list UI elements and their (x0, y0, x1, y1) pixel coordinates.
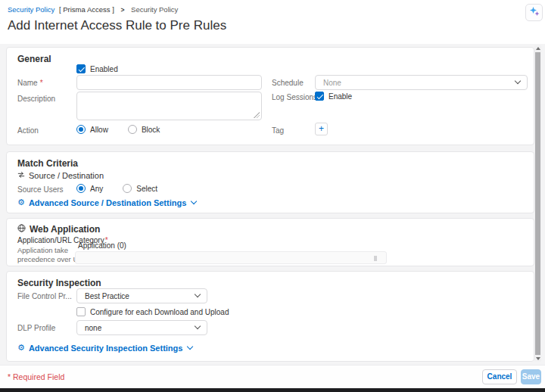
breadcrumb-current: Security Policy (131, 5, 178, 14)
log-sessions-checkbox-box[interactable] (315, 92, 324, 101)
source-users-select-radio-circle[interactable] (123, 184, 132, 193)
enabled-checkbox-box[interactable] (76, 64, 86, 73)
window-bottom-edge (0, 388, 545, 392)
dlp-profile-label: DLP Profile (17, 324, 55, 332)
gear-icon: ⚙ (17, 198, 25, 207)
required-asterisk: * (8, 372, 11, 381)
advanced-security-inspection-settings-link[interactable]: ⚙ Advanced Security Inspection Settings (17, 343, 192, 353)
source-users-radio-group: Any Select (76, 184, 157, 193)
schedule-select[interactable]: None (315, 75, 528, 90)
advanced-source-destination-settings-label: Advanced Source / Destination Settings (29, 198, 186, 207)
name-required-mark: * (40, 79, 43, 87)
schedule-label: Schedule (272, 79, 304, 87)
scroll-up-arrow-icon[interactable] (536, 47, 540, 50)
advanced-security-inspection-settings-label: Advanced Security Inspection Settings (29, 344, 183, 353)
action-block-radio-circle[interactable] (128, 125, 137, 134)
log-sessions-label: Log Sessions (272, 93, 317, 101)
name-input[interactable] (76, 75, 262, 90)
web-application-heading: Web Application (17, 224, 100, 235)
chevron-down-icon (195, 291, 201, 297)
application-category-input[interactable] (75, 251, 387, 264)
advanced-source-destination-settings-link[interactable]: ⚙ Advanced Source / Destination Settings (17, 198, 196, 207)
source-users-any-radio-circle[interactable] (76, 184, 86, 193)
log-sessions-checkbox-label: Enable (329, 92, 352, 101)
file-control-profile-select[interactable]: Best Practice (76, 288, 207, 303)
chevron-down-icon (191, 198, 197, 204)
file-control-profile-label: File Control Pr... (17, 292, 72, 300)
name-label: Name* (17, 79, 43, 87)
copilot-button[interactable] (525, 4, 543, 21)
source-users-select-radio[interactable]: Select (123, 184, 157, 193)
action-block-radio[interactable]: Block (128, 125, 160, 134)
description-label: Description (17, 95, 55, 103)
required-field-note: * Required Field (8, 372, 64, 381)
file-control-profile-value: Best Practice (85, 292, 129, 300)
web-application-heading-label: Web Application (30, 224, 100, 235)
chevron-down-icon (187, 344, 193, 350)
save-button[interactable]: Save (521, 369, 541, 384)
source-destination-label: Source / Destination (29, 171, 104, 180)
log-sessions-enable-checkbox[interactable]: Enable (315, 92, 352, 101)
source-destination-subheading: Source / Destination (17, 171, 104, 180)
source-users-label: Source Users (17, 185, 64, 194)
sparkles-icon (529, 6, 540, 20)
breadcrumb-separator-icon: > (120, 6, 124, 14)
action-allow-radio[interactable]: Allow (76, 125, 108, 134)
vertical-scrollbar[interactable] (534, 45, 541, 362)
action-label: Action (17, 126, 39, 135)
source-destination-icon (17, 171, 25, 180)
enabled-checkbox-label: Enabled (90, 65, 118, 73)
cancel-button[interactable]: Cancel (482, 369, 517, 384)
dlp-profile-value: none (85, 324, 101, 332)
globe-icon (17, 224, 26, 235)
tag-label: Tag (272, 126, 284, 135)
dlp-profile-select[interactable]: none (76, 320, 207, 335)
source-users-any-radio[interactable]: Any (76, 184, 103, 193)
web-application-section: Web Application Application/URL Category… (6, 218, 534, 266)
scroll-down-arrow-icon[interactable] (536, 357, 540, 360)
breadcrumb-security-policy-link[interactable]: Security Policy (8, 5, 54, 14)
general-section: General Enabled Name* Schedule None Desc… (6, 47, 534, 145)
configure-download-upload-checkbox-box[interactable] (76, 307, 86, 316)
chevron-down-icon (515, 78, 521, 84)
add-internet-access-rule-page: Security Policy [ Prisma Access ] > Secu… (0, 0, 545, 392)
page-header: Security Policy [ Prisma Access ] > Secu… (0, 0, 545, 44)
general-heading: General (17, 54, 51, 64)
description-textarea[interactable] (76, 92, 262, 120)
input-scroll-affordance (374, 256, 377, 261)
enabled-checkbox[interactable]: Enabled (76, 64, 118, 73)
configure-download-upload-label: Configure for each Download and Upload (90, 308, 229, 316)
breadcrumb: Security Policy [ Prisma Access ] > Secu… (8, 5, 178, 14)
action-allow-label: Allow (90, 126, 108, 134)
page-title: Add Internet Access Rule to Pre Rules (8, 18, 226, 33)
match-criteria-heading: Match Criteria (17, 158, 78, 169)
security-inspection-section: Security Inspection File Control Pr... B… (6, 271, 534, 362)
action-block-label: Block (142, 126, 160, 134)
schedule-value: None (323, 79, 341, 87)
configure-download-upload-checkbox[interactable]: Configure for each Download and Upload (76, 307, 229, 316)
action-radio-group: Allow Block (76, 125, 160, 134)
gear-icon: ⚙ (17, 343, 25, 353)
add-tag-button[interactable]: + (315, 123, 328, 135)
chevron-down-icon (195, 323, 201, 329)
action-allow-radio-circle[interactable] (76, 125, 86, 134)
scrollbar-thumb[interactable] (535, 52, 540, 355)
match-criteria-section: Match Criteria Source / Destination Sour… (6, 151, 534, 213)
footer-bar: * Required Field Cancel Save (0, 365, 545, 388)
source-users-select-label: Select (136, 185, 157, 193)
breadcrumb-prisma-access-context: [ Prisma Access ] (59, 5, 114, 14)
source-users-any-label: Any (90, 185, 103, 193)
security-inspection-heading: Security Inspection (17, 278, 101, 288)
